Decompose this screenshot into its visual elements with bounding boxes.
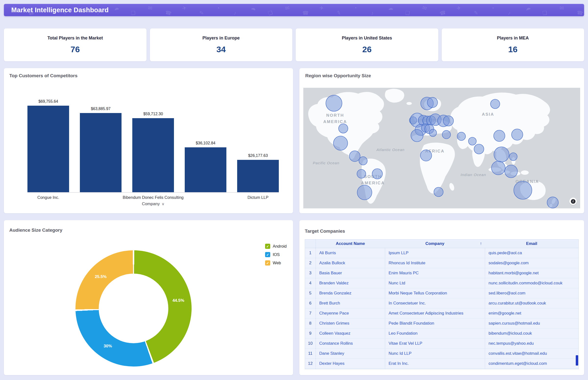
- table-row[interactable]: 11Dane StanleyNunc Id LLPconvallis.est.v…: [305, 349, 578, 359]
- bar-value-label: $59,712.30: [143, 112, 163, 116]
- company-cell: Enim Mauris PC: [385, 268, 485, 278]
- column-header-email[interactable]: Email: [485, 240, 578, 248]
- bar-column: $69,755.64: [27, 99, 69, 192]
- email-cell: convallis.est.vitae@hotmail.edu: [485, 349, 578, 359]
- kpi-card-total-players: Total Players in the Market 76: [4, 28, 146, 61]
- opportunity-bubble[interactable]: [442, 131, 451, 139]
- opportunity-bubble[interactable]: [547, 197, 558, 208]
- map-info-button[interactable]: i: [569, 198, 577, 205]
- legend-label: IOS: [273, 252, 280, 257]
- table-row[interactable]: 10Constance RollinsVitae Erat Vel LLPnec…: [305, 339, 578, 349]
- map-title: Region wise Opportunity Size: [303, 73, 580, 78]
- table-row[interactable]: 4Branden ValdezNunc Ltdnunc.sollicitudin…: [305, 278, 578, 288]
- bar[interactable]: [27, 106, 69, 192]
- company-cell: Ipsum LLP: [385, 248, 485, 258]
- opportunity-bubble[interactable]: [357, 170, 366, 178]
- bar[interactable]: [132, 118, 174, 192]
- scrollbar-thumb[interactable]: [576, 355, 578, 365]
- row-number: 9: [305, 328, 316, 338]
- email-cell: [485, 369, 578, 369]
- account-name-cell: Colleen Vasquez: [316, 328, 385, 338]
- row-number: 10: [305, 339, 316, 348]
- donut-percent-label: 44.5%: [173, 298, 184, 303]
- opportunity-bubble[interactable]: [490, 99, 500, 109]
- opportunity-bubble[interactable]: [420, 150, 432, 161]
- company-cell: Nunc Id LLP: [385, 349, 485, 359]
- table-row[interactable]: 6Brett BurchIn Consectetuer Inc.arcu.cur…: [305, 298, 578, 308]
- donut-ring[interactable]: [75, 250, 192, 366]
- opportunity-bubble[interactable]: [512, 129, 523, 140]
- opportunity-bubble[interactable]: [491, 161, 505, 175]
- sort-ascending-icon[interactable]: ↑: [480, 240, 482, 248]
- opportunity-bubble[interactable]: [357, 185, 372, 200]
- opportunity-bubble[interactable]: [434, 187, 443, 197]
- opportunity-bubble[interactable]: [474, 144, 484, 154]
- opportunity-bubble[interactable]: [443, 116, 453, 126]
- table-row-clipped: [305, 369, 578, 369]
- kpi-value: 76: [71, 45, 80, 54]
- company-cell: Rhoncus Id Institute: [385, 258, 485, 268]
- bar-chart-x-ticks: Congue Inc.Bibendum Donec Felis Consulti…: [27, 193, 279, 201]
- column-header-label: Email: [526, 241, 537, 246]
- email-cell: sed.libero@aol.com: [485, 288, 578, 298]
- row-number: 4: [305, 278, 316, 288]
- row-number: 5: [305, 288, 316, 298]
- legend-checkbox[interactable]: ✓: [265, 244, 270, 249]
- column-header-label: Account Name: [336, 241, 365, 246]
- table-row[interactable]: 12Dexter HayesErat In Inc.condimentum.eg…: [305, 359, 578, 369]
- opportunity-bubble[interactable]: [333, 136, 348, 150]
- bar-chart-title: Top Customers of Competitors: [9, 73, 288, 78]
- bar[interactable]: [185, 147, 226, 192]
- table-row[interactable]: 2Azalia BullockRhoncus Id Institutesodal…: [305, 258, 578, 268]
- bar[interactable]: [80, 113, 122, 192]
- opportunity-bubble[interactable]: [494, 147, 509, 162]
- x-axis-field-selector[interactable]: Company∨: [27, 202, 279, 207]
- table-row[interactable]: 1Ali BurrisIpsum LLPquis.pede@aol.ca: [305, 248, 578, 258]
- email-cell: arcu.curabitur.ut@outlook.couk: [485, 298, 578, 308]
- opportunity-bubble[interactable]: [339, 124, 348, 133]
- table-row[interactable]: 5Brenda GonzalezMorbi Neque Tellus Corpo…: [305, 288, 578, 298]
- opportunity-bubble[interactable]: [349, 151, 360, 162]
- account-name-cell: Azalia Bullock: [316, 258, 385, 268]
- email-cell: sapien.cursus@hotmail.edu: [485, 319, 578, 328]
- bar-value-label: $69,755.64: [38, 99, 58, 104]
- opportunity-bubble[interactable]: [359, 157, 367, 165]
- table-row[interactable]: 3Basia BauerEnim Mauris PChabitant.morbi…: [305, 268, 578, 278]
- opportunity-bubble[interactable]: [411, 130, 423, 142]
- opportunity-bubble[interactable]: [326, 95, 342, 111]
- legend-checkbox[interactable]: ✓: [265, 252, 270, 257]
- opportunity-bubble[interactable]: [509, 153, 517, 161]
- account-name-cell: Christen Grimes: [316, 319, 385, 328]
- legend-checkbox[interactable]: ✓: [265, 260, 270, 266]
- legend-item-android[interactable]: ✓Android: [265, 244, 287, 249]
- row-number: 7: [305, 308, 316, 318]
- kpi-label: Players in MEA: [497, 36, 529, 41]
- table-row[interactable]: 7Cheyenne PaceAmet Consectetuer Adipisci…: [305, 308, 578, 319]
- bar-chart-card: Top Customers of Competitors $69,755.64$…: [4, 68, 293, 213]
- column-header-company[interactable]: Company↑: [385, 240, 485, 248]
- legend-item-web[interactable]: ✓Web: [265, 260, 287, 266]
- opportunity-bubble[interactable]: [505, 165, 517, 178]
- opportunity-bubble[interactable]: [468, 137, 476, 145]
- bar[interactable]: [237, 160, 279, 192]
- opportunity-bubble[interactable]: [427, 97, 438, 108]
- middle-row: Top Customers of Competitors $69,755.64$…: [4, 68, 584, 213]
- company-cell: [385, 369, 485, 369]
- account-name-cell: Basia Bauer: [316, 268, 385, 278]
- opportunity-bubble[interactable]: [514, 181, 532, 199]
- company-cell: Pede Blandit Foundation: [385, 319, 485, 328]
- opportunity-bubble[interactable]: [429, 129, 437, 136]
- world-bubble-map[interactable]: NORTHAMERICASOUTHAMERICAEUROPEAFRICAASIA…: [303, 88, 580, 209]
- x-tick-label: Bibendum Donec Felis Consulting: [123, 195, 184, 200]
- donut-chart[interactable]: 44.5%30%25.5%: [75, 250, 192, 366]
- row-number: 8: [305, 319, 316, 328]
- opportunity-bubble[interactable]: [494, 130, 505, 141]
- column-header-account-name[interactable]: Account Name: [316, 240, 385, 248]
- table-row[interactable]: 9Colleen VasquezLeo Foundationbibendum@i…: [305, 328, 578, 339]
- legend-item-ios[interactable]: ✓IOS: [265, 252, 287, 257]
- opportunity-bubble[interactable]: [457, 132, 465, 140]
- column-header-label: Company: [425, 241, 444, 246]
- opportunity-bubble[interactable]: [372, 169, 382, 179]
- row-number-header: [305, 240, 316, 248]
- table-row[interactable]: 8Christen GrimesPede Blandit Foundations…: [305, 319, 578, 328]
